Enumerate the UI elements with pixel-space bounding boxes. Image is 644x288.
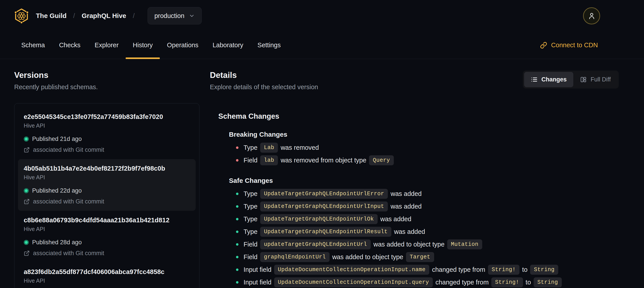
breaking-bullet-icon	[236, 146, 238, 149]
changes-view-button[interactable]: Changes	[524, 72, 573, 87]
version-service: Hive API	[24, 174, 190, 181]
tab-schema[interactable]: Schema	[14, 32, 52, 59]
change-text: Type	[244, 228, 258, 235]
safe-changes-title: Safe Changes	[229, 177, 644, 184]
git-commit-link[interactable]: associated with Git commit	[24, 198, 190, 205]
tab-history[interactable]: History	[126, 32, 160, 59]
change-text: Type	[244, 144, 258, 151]
schema-coordinate-badge: Lab	[260, 143, 278, 153]
safe-bullet-icon	[236, 281, 238, 283]
change-text: was added	[390, 190, 422, 197]
change-text: was removed from object type	[280, 157, 366, 164]
schema-coordinate-badge: String	[530, 265, 558, 275]
version-status: Published 22d ago	[24, 187, 190, 194]
schema-coordinate-badge: UpdateTargetGraphQLEndpointUrlError	[260, 189, 388, 199]
change-text: to	[522, 266, 528, 273]
schema-coordinate-badge: String!	[488, 265, 520, 275]
version-service: Hive API	[24, 277, 190, 284]
version-hash: a823f6db2a55df877dcf406006abca97fcc4858c	[24, 268, 190, 275]
hive-logo-icon[interactable]	[14, 8, 29, 24]
schema-changes-title: Schema Changes	[218, 112, 644, 121]
change-row: Input fieldUpdateDocumentCollectionOpera…	[229, 276, 644, 288]
change-text: changed type from	[432, 266, 485, 273]
published-dot-icon	[24, 188, 29, 193]
schema-coordinate-badge: lab	[260, 155, 278, 165]
top-bar: The Guild / GraphQL Hive / production	[0, 0, 644, 32]
environment-select[interactable]: production	[148, 7, 202, 25]
breaking-bullet-icon	[236, 159, 238, 162]
change-text: was added	[390, 203, 422, 210]
change-row: FieldgraphqlEndpointUrlwas added to obje…	[229, 251, 644, 263]
version-status: Published 21d ago	[24, 136, 190, 142]
version-item[interactable]: 4b05ab51b1b4a7e2e4b0ef82172f2b9f7ef98c0b…	[18, 159, 196, 211]
git-commit-link[interactable]: associated with Git commit	[24, 146, 190, 153]
tabs-list: SchemaChecksExplorerHistoryOperationsLab…	[14, 32, 288, 59]
safe-bullet-icon	[236, 218, 238, 220]
versions-title: Versions	[14, 71, 200, 80]
versions-subtitle: Recently published schemas.	[14, 83, 200, 91]
version-hash: e2e55045345ce13fe07f52a77459b83fa3fe7020	[24, 113, 190, 121]
change-row: TypeUpdateTargetGraphQLEndpointUrlErrorw…	[229, 187, 644, 200]
change-row: Input fieldUpdateDocumentCollectionOpera…	[229, 263, 644, 276]
breadcrumb: The Guild / GraphQL Hive /	[36, 12, 142, 20]
change-text: Input field	[244, 266, 272, 273]
change-text: Field	[244, 157, 258, 164]
change-text: Input field	[244, 279, 272, 286]
view-toggle: Changes Full Diff	[523, 71, 619, 89]
safe-bullet-icon	[236, 205, 238, 208]
schema-coordinate-badge: graphqlEndpointUrl	[260, 252, 330, 262]
main-content: Versions Recently published schemas. e2e…	[0, 59, 644, 288]
change-text: was added to object type	[332, 253, 403, 261]
schema-coordinate-badge: UpdateTargetGraphQLEndpointUrlInput	[260, 201, 388, 211]
safe-bullet-icon	[236, 193, 238, 195]
safe-changes-group: Safe Changes TypeUpdateTargetGraphQLEndp…	[218, 177, 644, 288]
tab-laboratory[interactable]: Laboratory	[206, 32, 250, 59]
change-text: changed type from	[436, 279, 489, 286]
version-item[interactable]: c8b6e88a06793b9c4dfd54aaa21b36a1b421d812…	[18, 211, 196, 262]
user-icon	[588, 12, 596, 20]
published-dot-icon	[24, 136, 29, 142]
full-diff-view-label: Full Diff	[590, 76, 611, 83]
change-row: TypeUpdateTargetGraphQLEndpointUrlResult…	[229, 225, 644, 238]
connect-to-cdn-label: Connect to CDN	[551, 42, 598, 49]
tab-checks[interactable]: Checks	[52, 32, 88, 59]
breaking-changes-group: Breaking Changes TypeLabwas removedField…	[218, 131, 644, 167]
version-published-text: Published 21d ago	[32, 136, 82, 142]
published-dot-icon	[24, 240, 29, 245]
schema-coordinate-badge: Mutation	[447, 239, 482, 249]
breadcrumb-org[interactable]: The Guild	[36, 12, 66, 20]
safe-bullet-icon	[236, 268, 238, 271]
version-published-text: Published 22d ago	[32, 187, 82, 194]
details-subtitle: Explore details of the selected version	[210, 83, 318, 91]
change-row: TypeUpdateTargetGraphQLEndpointUrlInputw…	[229, 200, 644, 213]
version-published-text: Published 28d ago	[32, 239, 82, 246]
versions-panel: Versions Recently published schemas. e2e…	[14, 71, 200, 288]
tab-explorer[interactable]: Explorer	[88, 32, 126, 59]
version-status: Published 28d ago	[24, 239, 190, 246]
user-menu-button[interactable]	[583, 7, 600, 25]
version-list: e2e55045345ce13fe07f52a77459b83fa3fe7020…	[14, 103, 200, 288]
schema-coordinate-badge: updateTargetGraphQLEndpointUrl	[260, 239, 371, 249]
graphql-hive-app: The Guild / GraphQL Hive / production Sc…	[0, 0, 644, 288]
change-text: was added to object type	[374, 241, 444, 248]
git-commit-link[interactable]: associated with Git commit	[24, 250, 190, 257]
changes-view-label: Changes	[542, 76, 567, 83]
change-text: was added	[394, 228, 425, 235]
details-header: Details Explore details of the selected …	[210, 71, 644, 91]
columns-icon	[580, 76, 587, 83]
details-panel: Details Explore details of the selected …	[210, 71, 644, 288]
version-item[interactable]: e2e55045345ce13fe07f52a77459b83fa3fe7020…	[18, 107, 196, 159]
schema-coordinate-badge: UpdateDocumentCollectionOperationInput.q…	[274, 277, 433, 287]
tab-operations[interactable]: Operations	[160, 32, 206, 59]
change-text: to	[526, 279, 531, 286]
version-item[interactable]: a823f6db2a55df877dcf406006abca97fcc4858c…	[18, 262, 196, 288]
breadcrumb-project[interactable]: GraphQL Hive	[82, 12, 126, 20]
tab-settings[interactable]: Settings	[250, 32, 288, 59]
change-row: Fieldlabwas removed from object typeQuer…	[229, 154, 644, 167]
full-diff-view-button[interactable]: Full Diff	[573, 72, 618, 87]
breaking-changes-title: Breaking Changes	[229, 131, 644, 138]
connect-to-cdn-button[interactable]: Connect to CDN	[540, 32, 598, 59]
schema-coordinate-badge: String	[534, 277, 562, 287]
breadcrumb-separator: /	[133, 12, 135, 20]
safe-bullet-icon	[236, 256, 238, 258]
